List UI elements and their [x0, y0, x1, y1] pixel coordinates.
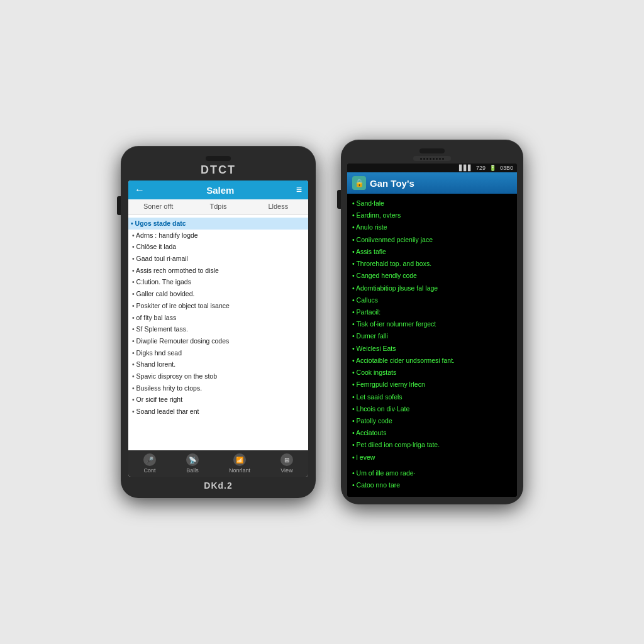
list-item[interactable]: Assis rech ormothed to disle [132, 265, 304, 277]
device-label-bottom-left: DKd.2 [204, 480, 232, 491]
tab-lldess[interactable]: Lldess [248, 199, 308, 214]
tab-bar: Soner offt Tdpis Lldess [128, 199, 308, 215]
app-icon: 🔒 [352, 176, 366, 190]
right-list-item: Assis tafle [352, 246, 512, 258]
right-list-item: Weiclesi Eats [352, 343, 512, 355]
battery-level: 03B0 [500, 165, 513, 171]
nav-icon: 🎤 [143, 453, 156, 466]
right-header-title: Gan Toy's [370, 178, 414, 189]
right-header: 🔒 Gan Toy's [347, 172, 517, 194]
right-list-item: Let saaid sofels [352, 391, 512, 403]
nav-item-balls[interactable]: 📡Balls [186, 453, 199, 474]
device-nub-right [419, 148, 445, 153]
right-list-item: Throrehald top. and boxs. [352, 258, 512, 270]
back-icon[interactable]: ← [135, 184, 145, 196]
list-item[interactable]: Adrns : handify logde [132, 230, 304, 242]
tab-soner[interactable]: Soner offt [128, 199, 188, 214]
list-item[interactable]: C:lution. The igads [132, 276, 304, 288]
right-list-item: Pet diied ion comp·lriga tate. [352, 439, 512, 451]
left-header-title: Salem [206, 185, 234, 196]
nav-icon: 📡 [186, 453, 199, 466]
right-list-item: Anulo riste [352, 221, 512, 233]
menu-icon[interactable]: ≡ [296, 184, 302, 196]
list-item[interactable]: Ugos stade datc [128, 218, 308, 230]
list-item[interactable]: Gaad toul ri·amail [132, 253, 304, 265]
status-time: 729 [476, 165, 486, 171]
left-header: ← Salem ≡ [128, 180, 308, 199]
right-list-item: Cook ingstats [352, 367, 512, 379]
signal-indicator: ▋▋▋ [459, 165, 472, 171]
right-list-item: Adomtiabitiop jlsuse fal lage [352, 282, 512, 294]
list-item[interactable]: Diwplie Remouter dosing codes [132, 335, 304, 347]
list-item[interactable]: Sf Splement tass. [132, 323, 304, 335]
nav-icon: ⊞ [280, 453, 293, 466]
right-list-area: Sand·faleEardinn, ovtersAnulo risteConii… [347, 194, 517, 497]
right-list-item: Um of ille amo rade· [352, 467, 512, 479]
right-list-item: Canged hendly code [352, 270, 512, 282]
device-nub-left [206, 156, 231, 161]
speaker-grille [413, 156, 451, 161]
right-device: ▋▋▋ 729 🔋 03B0 🔒 Gan Toy's Sand·faleEard… [341, 140, 523, 504]
nav-item-cont[interactable]: 🎤Cont [143, 453, 156, 474]
list-item[interactable]: Or sicif tee right [132, 394, 304, 406]
list-item[interactable]: Spavic disprosy on the stob [132, 370, 304, 382]
device-label-top-left: DTCT [201, 164, 236, 177]
list-item[interactable]: Chlöse it lada [132, 241, 304, 253]
bottom-nav: 🎤Cont📡Balls📶Nonrlant⊞View [128, 450, 308, 477]
right-list-item: Lhcois on div·Late [352, 403, 512, 415]
list-item[interactable]: Busiless hrity to ctops. [132, 382, 304, 394]
status-bar: ▋▋▋ 729 🔋 03B0 [347, 164, 517, 172]
nav-item-view[interactable]: ⊞View [280, 453, 293, 474]
list-item[interactable]: Galler cald bovided. [132, 288, 304, 300]
right-list-item: Partaoil: [352, 306, 512, 318]
right-screen: ▋▋▋ 729 🔋 03B0 🔒 Gan Toy's Sand·faleEard… [347, 164, 517, 497]
left-device: DTCT ← Salem ≡ Soner offt Tdpis Lldess U… [121, 146, 316, 498]
tab-tdpis[interactable]: Tdpis [188, 199, 248, 214]
battery-status: 🔋 [489, 165, 496, 171]
left-list-area: Ugos stade datcAdrns : handify logdeChlö… [128, 215, 308, 450]
list-item[interactable]: Soand leadel thar ent [132, 406, 304, 418]
left-screen: ← Salem ≡ Soner offt Tdpis Lldess Ugos s… [128, 180, 308, 477]
right-list-item: Acciatouts [352, 427, 512, 439]
right-list-item: Tisk of·ier nolunmer fergect [352, 318, 512, 330]
right-list-item: Catoo nno tare [352, 479, 512, 491]
right-list-item: Coniivenmed pcieniiy jace [352, 234, 512, 246]
nav-item-nonrlant[interactable]: 📶Nonrlant [229, 453, 250, 474]
right-list-item: Patolly code [352, 415, 512, 427]
right-list-item: Sand·fale [352, 197, 512, 209]
list-item[interactable]: Shand lorent. [132, 358, 304, 370]
list-item[interactable]: of fity bal lass [132, 312, 304, 324]
list-item[interactable]: Digks hnd sead [132, 347, 304, 359]
nav-icon: 📶 [233, 453, 246, 466]
right-list-item: l evew [352, 452, 512, 464]
list-item[interactable]: Poskiter of ire object toal isance [132, 300, 304, 312]
right-list-item: Callucs [352, 294, 512, 306]
right-list-item: Dumer falli [352, 330, 512, 342]
right-list-item: Femrgpuld vierny lrlecn [352, 379, 512, 391]
right-list-item: Acciotaible cider undsormesi fant. [352, 355, 512, 367]
app-icon-glyph: 🔒 [355, 179, 364, 187]
right-list-item: Eardinn, ovters [352, 209, 512, 221]
